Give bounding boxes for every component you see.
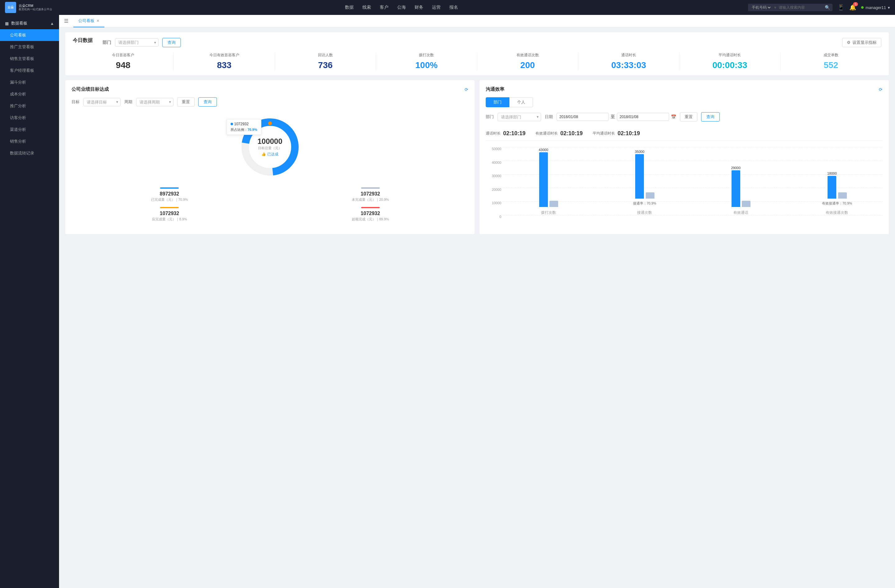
search-type-select[interactable]: 手机号码: [751, 5, 772, 10]
two-col: 公司业绩目标达成 ⟳ 目标 请选择目标 周期 请选择: [65, 80, 889, 234]
comm-reset-button[interactable]: 重置: [680, 112, 697, 121]
date-end-input[interactable]: [617, 113, 669, 121]
logo: 云朵 云朵CRM 教育机构一站式服务云平台: [5, 2, 55, 13]
search-icon[interactable]: 🔍: [825, 5, 830, 10]
settings-icon: ⚙: [847, 40, 851, 45]
user-info[interactable]: manager11 ▾: [861, 5, 890, 10]
search-input[interactable]: [779, 5, 822, 10]
username-label: manager11: [865, 5, 886, 10]
sidebar-item-推广主管看板[interactable]: 推广主管看板: [0, 41, 59, 53]
user-dropdown-icon[interactable]: ▾: [888, 5, 890, 10]
notification-icon[interactable]: 🔔 5: [849, 4, 856, 11]
metric-item: 拨打次数100%: [376, 53, 477, 70]
sidebar-item-销售分析[interactable]: 销售分析: [0, 135, 59, 147]
logo-text: 云朵CRM 教育机构一站式服务云平台: [19, 3, 52, 12]
sidebar-collapse-icon[interactable]: ▲: [50, 21, 54, 26]
bar: [731, 170, 740, 207]
target-panel: 公司业绩目标达成 ⟳ 目标 请选择目标 周期 请选择: [65, 80, 475, 234]
sidebar-item-漏斗分析[interactable]: 漏斗分析: [0, 76, 59, 88]
nav-item-公海[interactable]: 公海: [397, 5, 406, 10]
nav-item-财务[interactable]: 财务: [414, 5, 423, 10]
y-axis-label: 40000: [486, 161, 501, 164]
nav-item-线索[interactable]: 线索: [363, 5, 371, 10]
logo-icon: 云朵: [5, 2, 16, 13]
sidebar-item-公司看板[interactable]: 公司看板: [0, 29, 59, 41]
sidebar-item-成本分析[interactable]: 成本分析: [0, 88, 59, 100]
tab-company-dashboard[interactable]: 公司看板 ✕: [73, 15, 105, 27]
bar-group-name: 有效接通次数: [826, 210, 848, 215]
comm-refresh-icon[interactable]: ⟳: [879, 87, 883, 92]
bar-group: 43000 拨打次数: [503, 148, 594, 215]
today-header: 今日数据 部门 请选择部门 查询 ⚙: [73, 37, 881, 47]
dashboard-icon: ▦: [5, 21, 9, 26]
tab-bar: ☰ 公司看板 ✕: [59, 15, 895, 27]
comm-dept-select[interactable]: 请选择部门: [498, 113, 541, 121]
metric-item: 今日有效首咨客户833: [174, 53, 275, 70]
sidebar: ▦ 数据看板 ▲ 公司看板推广主管看板销售主管看板客户经理看板漏斗分析成本分析推…: [0, 15, 59, 588]
comm-stat-item: 有效通话时长02:10:19: [535, 130, 583, 137]
bar: [838, 192, 847, 199]
dept-select-wrap: 请选择部门: [115, 38, 158, 47]
comm-stat-item: 平均通话时长02:10:19: [593, 130, 640, 137]
sidebar-section-title: ▦ 数据看板: [5, 21, 27, 26]
settings-button[interactable]: ⚙ 设置显示指标: [842, 38, 881, 47]
comm-panel: 沟通效率 ⟳ 部门个人 部门 请选择部门 日期: [479, 80, 889, 234]
nav-right: 手机号码 ▾ 🔍 📱 🔔 5 manager11 ▾: [748, 4, 890, 11]
target-refresh-icon[interactable]: ⟳: [464, 87, 468, 92]
dept-select[interactable]: 请选择部门: [115, 38, 158, 47]
sidebar-item-数据流转记录[interactable]: 数据流转记录: [0, 147, 59, 159]
bar-group: 29000 有效通话: [695, 166, 787, 215]
nav-items: 数据线索客户公海财务运营报名: [55, 5, 748, 10]
bar: [646, 192, 654, 199]
sidebar-item-推广分析[interactable]: 推广分析: [0, 100, 59, 112]
nav-item-运营[interactable]: 运营: [432, 5, 441, 10]
tablet-icon[interactable]: 📱: [837, 4, 844, 11]
sidebar-item-访客分析[interactable]: 访客分析: [0, 112, 59, 124]
target-panel-header: 公司业绩目标达成 ⟳: [71, 86, 468, 92]
bar-group: 35000 接通率：70.9%接通次数: [599, 150, 690, 215]
bar-pair: 35000: [635, 150, 654, 199]
bar: [539, 152, 548, 207]
bar: [549, 201, 558, 207]
target-select[interactable]: 请选择目标: [83, 98, 121, 106]
stat-item: 1072932 超额完成（元）｜89.9%: [273, 207, 469, 221]
nav-item-报名[interactable]: 报名: [449, 5, 458, 10]
y-axis-label: 20000: [486, 188, 501, 191]
sidebar-item-渠道分析[interactable]: 渠道分析: [0, 124, 59, 135]
metric-item: 通话时长03:33:03: [578, 53, 679, 70]
bar-pair: 43000: [539, 148, 558, 207]
target-reset-button[interactable]: 重置: [177, 97, 194, 107]
comm-panel-title: 沟通效率: [486, 86, 504, 92]
sidebar-header[interactable]: ▦ 数据看板 ▲: [0, 17, 59, 29]
stat-bar: [361, 207, 380, 208]
sidebar-toggle[interactable]: ☰: [64, 18, 68, 24]
period-label: 周期: [124, 99, 132, 105]
y-axis-label: 50000: [486, 147, 501, 151]
nav-item-数据[interactable]: 数据: [345, 5, 353, 10]
metric-item: 平均通话时长00:00:33: [679, 53, 780, 70]
date-start-input[interactable]: [557, 113, 609, 121]
sidebar-item-客户经理看板[interactable]: 客户经理看板: [0, 65, 59, 76]
target-panel-title: 公司业绩目标达成: [71, 86, 109, 92]
target-query-button[interactable]: 查询: [198, 97, 217, 107]
period-select[interactable]: 请选择周期: [136, 98, 173, 106]
search-bar: 手机号码 ▾ 🔍: [748, 4, 833, 11]
tab-close-icon[interactable]: ✕: [96, 19, 99, 23]
comm-dept-label: 部门: [486, 114, 494, 120]
date-range: 至 📅: [557, 113, 676, 121]
calendar-icon[interactable]: 📅: [671, 114, 676, 119]
target-select-wrap: 请选择目标: [83, 98, 121, 106]
tab-label: 公司看板: [78, 18, 94, 24]
nav-item-客户[interactable]: 客户: [380, 5, 388, 10]
comm-query-button[interactable]: 查询: [701, 112, 720, 121]
y-axis-label: 30000: [486, 174, 501, 178]
sidebar-item-销售主管看板[interactable]: 销售主管看板: [0, 53, 59, 65]
comm-tab-部门[interactable]: 部门: [486, 97, 509, 107]
comm-tab-个人[interactable]: 个人: [509, 97, 533, 107]
target-filter: 目标 请选择目标 周期 请选择周期 重置: [71, 97, 468, 107]
today-query-button[interactable]: 查询: [162, 38, 181, 47]
y-axis: 50000400003000020000100000: [486, 147, 501, 218]
today-title: 今日数据: [73, 37, 93, 44]
donut-area: 1072932 所占比例：70.9%: [71, 113, 468, 181]
bar-group-name: 拨打次数: [541, 210, 556, 215]
